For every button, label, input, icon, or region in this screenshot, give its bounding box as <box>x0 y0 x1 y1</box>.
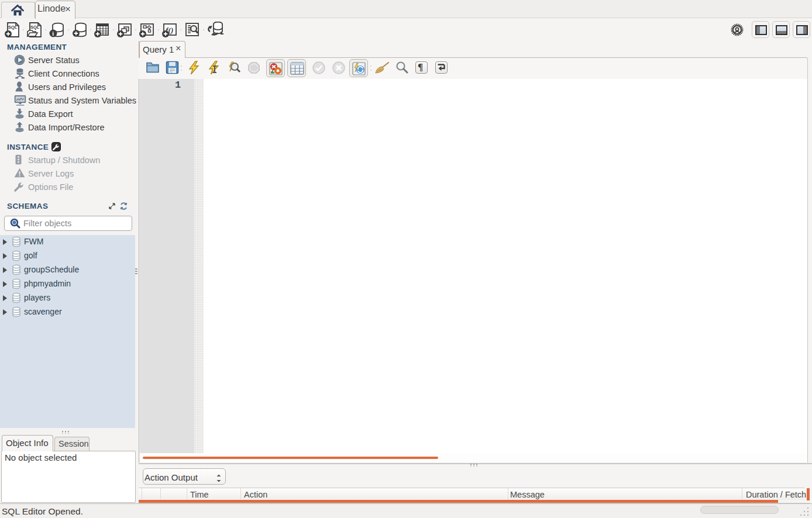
svg-text:SQL: SQL <box>8 25 18 30</box>
svg-text:SQL: SQL <box>30 25 40 30</box>
svg-text:i: i <box>52 30 54 37</box>
svg-text:¶: ¶ <box>418 61 423 72</box>
